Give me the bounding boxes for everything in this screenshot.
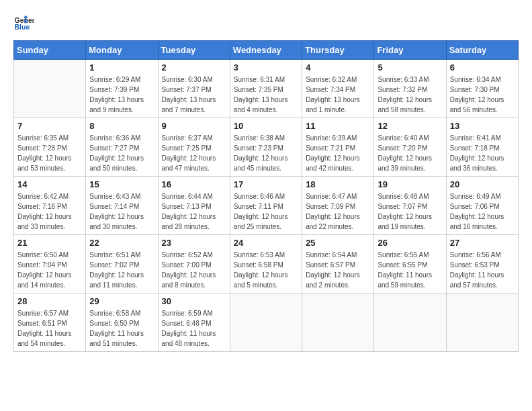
calendar-cell: 3Sunrise: 6:31 AM Sunset: 7:35 PM Daylig… — [230, 60, 302, 118]
calendar-cell — [14, 60, 86, 118]
weekday-header-row: SundayMondayTuesdayWednesdayThursdayFrid… — [14, 41, 519, 60]
day-number: 19 — [378, 179, 442, 189]
day-number: 9 — [162, 121, 226, 131]
day-detail: Sunrise: 6:58 AM Sunset: 6:50 PM Dayligh… — [89, 308, 154, 349]
day-number: 26 — [378, 238, 442, 248]
day-number: 23 — [162, 238, 226, 248]
calendar-cell: 6Sunrise: 6:34 AM Sunset: 7:30 PM Daylig… — [446, 60, 518, 118]
calendar-cell: 10Sunrise: 6:38 AM Sunset: 7:23 PM Dayli… — [230, 118, 302, 177]
day-number: 6 — [450, 62, 515, 73]
day-number: 20 — [450, 179, 515, 189]
day-detail: Sunrise: 6:47 AM Sunset: 7:09 PM Dayligh… — [306, 191, 370, 232]
day-detail: Sunrise: 6:30 AM Sunset: 7:37 PM Dayligh… — [162, 75, 226, 115]
day-detail: Sunrise: 6:57 AM Sunset: 6:51 PM Dayligh… — [17, 308, 82, 349]
day-number: 12 — [378, 121, 442, 131]
day-detail: Sunrise: 6:50 AM Sunset: 7:04 PM Dayligh… — [17, 250, 82, 290]
weekday-header-sunday: Sunday — [14, 41, 86, 60]
weekday-header-tuesday: Tuesday — [158, 41, 230, 60]
day-number: 15 — [89, 179, 154, 189]
day-detail: Sunrise: 6:32 AM Sunset: 7:34 PM Dayligh… — [306, 75, 370, 115]
day-detail: Sunrise: 6:46 AM Sunset: 7:11 PM Dayligh… — [234, 191, 298, 232]
day-number: 25 — [306, 238, 370, 248]
calendar-week-row: 28Sunrise: 6:57 AM Sunset: 6:51 PM Dayli… — [14, 293, 519, 352]
day-number: 17 — [234, 179, 298, 189]
calendar-cell: 5Sunrise: 6:33 AM Sunset: 7:32 PM Daylig… — [374, 60, 446, 118]
day-number: 11 — [306, 121, 370, 131]
calendar-cell: 2Sunrise: 6:30 AM Sunset: 7:37 PM Daylig… — [158, 60, 230, 118]
day-number: 16 — [162, 179, 226, 189]
calendar-cell: 20Sunrise: 6:49 AM Sunset: 7:06 PM Dayli… — [446, 177, 518, 235]
calendar-week-row: 7Sunrise: 6:35 AM Sunset: 7:28 PM Daylig… — [14, 118, 519, 177]
day-detail: Sunrise: 6:48 AM Sunset: 7:07 PM Dayligh… — [378, 191, 442, 232]
day-detail: Sunrise: 6:34 AM Sunset: 7:30 PM Dayligh… — [450, 75, 515, 115]
calendar-cell: 14Sunrise: 6:42 AM Sunset: 7:16 PM Dayli… — [14, 177, 86, 235]
day-number: 13 — [450, 121, 515, 131]
day-detail: Sunrise: 6:44 AM Sunset: 7:13 PM Dayligh… — [162, 191, 226, 232]
weekday-header-wednesday: Wednesday — [230, 41, 302, 60]
calendar-cell — [302, 293, 374, 352]
day-detail: Sunrise: 6:36 AM Sunset: 7:27 PM Dayligh… — [89, 133, 154, 173]
calendar-cell: 24Sunrise: 6:53 AM Sunset: 6:58 PM Dayli… — [230, 235, 302, 293]
calendar-cell: 11Sunrise: 6:39 AM Sunset: 7:21 PM Dayli… — [302, 118, 374, 177]
calendar-cell: 4Sunrise: 6:32 AM Sunset: 7:34 PM Daylig… — [302, 60, 374, 118]
day-detail: Sunrise: 6:38 AM Sunset: 7:23 PM Dayligh… — [234, 133, 298, 173]
day-number: 7 — [17, 121, 82, 131]
day-number: 30 — [162, 296, 226, 306]
day-number: 4 — [306, 62, 370, 73]
calendar-table: SundayMondayTuesdayWednesdayThursdayFrid… — [13, 40, 519, 352]
day-number: 22 — [89, 238, 154, 248]
calendar-cell: 9Sunrise: 6:37 AM Sunset: 7:25 PM Daylig… — [158, 118, 230, 177]
logo: General Blue — [13, 13, 36, 34]
day-number: 21 — [17, 238, 82, 248]
day-detail: Sunrise: 6:49 AM Sunset: 7:06 PM Dayligh… — [450, 191, 515, 232]
calendar-cell: 17Sunrise: 6:46 AM Sunset: 7:11 PM Dayli… — [230, 177, 302, 235]
day-number: 18 — [306, 179, 370, 189]
weekday-header-saturday: Saturday — [446, 41, 518, 60]
weekday-header-monday: Monday — [86, 41, 158, 60]
day-detail: Sunrise: 6:52 AM Sunset: 7:00 PM Dayligh… — [162, 250, 226, 290]
day-detail: Sunrise: 6:51 AM Sunset: 7:02 PM Dayligh… — [89, 250, 154, 290]
day-detail: Sunrise: 6:39 AM Sunset: 7:21 PM Dayligh… — [306, 133, 370, 173]
calendar-cell: 21Sunrise: 6:50 AM Sunset: 7:04 PM Dayli… — [14, 235, 86, 293]
calendar-cell: 26Sunrise: 6:55 AM Sunset: 6:55 PM Dayli… — [374, 235, 446, 293]
page-header: General Blue — [13, 13, 519, 34]
calendar-cell: 8Sunrise: 6:36 AM Sunset: 7:27 PM Daylig… — [86, 118, 158, 177]
day-number: 29 — [89, 296, 154, 306]
calendar-cell: 7Sunrise: 6:35 AM Sunset: 7:28 PM Daylig… — [14, 118, 86, 177]
calendar-cell: 28Sunrise: 6:57 AM Sunset: 6:51 PM Dayli… — [14, 293, 86, 352]
day-detail: Sunrise: 6:31 AM Sunset: 7:35 PM Dayligh… — [234, 75, 298, 115]
calendar-cell — [230, 293, 302, 352]
calendar-cell: 12Sunrise: 6:40 AM Sunset: 7:20 PM Dayli… — [374, 118, 446, 177]
day-number: 8 — [89, 121, 154, 131]
day-number: 1 — [89, 62, 154, 73]
calendar-cell: 22Sunrise: 6:51 AM Sunset: 7:02 PM Dayli… — [86, 235, 158, 293]
calendar-week-row: 21Sunrise: 6:50 AM Sunset: 7:04 PM Dayli… — [14, 235, 519, 293]
day-number: 14 — [17, 179, 82, 189]
day-detail: Sunrise: 6:35 AM Sunset: 7:28 PM Dayligh… — [17, 133, 82, 173]
calendar-cell: 15Sunrise: 6:43 AM Sunset: 7:14 PM Dayli… — [86, 177, 158, 235]
calendar-cell — [374, 293, 446, 352]
day-number: 5 — [378, 62, 442, 73]
calendar-week-row: 1Sunrise: 6:29 AM Sunset: 7:39 PM Daylig… — [14, 60, 519, 118]
day-detail: Sunrise: 6:53 AM Sunset: 6:58 PM Dayligh… — [234, 250, 298, 290]
logo-icon: General Blue — [13, 13, 34, 34]
day-number: 2 — [162, 62, 226, 73]
calendar-cell: 30Sunrise: 6:59 AM Sunset: 6:48 PM Dayli… — [158, 293, 230, 352]
day-detail: Sunrise: 6:43 AM Sunset: 7:14 PM Dayligh… — [89, 191, 154, 232]
calendar-cell: 25Sunrise: 6:54 AM Sunset: 6:57 PM Dayli… — [302, 235, 374, 293]
day-detail: Sunrise: 6:42 AM Sunset: 7:16 PM Dayligh… — [17, 191, 82, 232]
day-number: 27 — [450, 238, 515, 248]
svg-text:Blue: Blue — [15, 23, 30, 31]
day-detail: Sunrise: 6:54 AM Sunset: 6:57 PM Dayligh… — [306, 250, 370, 290]
calendar-week-row: 14Sunrise: 6:42 AM Sunset: 7:16 PM Dayli… — [14, 177, 519, 235]
calendar-cell: 23Sunrise: 6:52 AM Sunset: 7:00 PM Dayli… — [158, 235, 230, 293]
calendar-cell: 29Sunrise: 6:58 AM Sunset: 6:50 PM Dayli… — [86, 293, 158, 352]
day-number: 24 — [234, 238, 298, 248]
day-detail: Sunrise: 6:37 AM Sunset: 7:25 PM Dayligh… — [162, 133, 226, 173]
calendar-cell: 1Sunrise: 6:29 AM Sunset: 7:39 PM Daylig… — [86, 60, 158, 118]
calendar-cell: 18Sunrise: 6:47 AM Sunset: 7:09 PM Dayli… — [302, 177, 374, 235]
weekday-header-friday: Friday — [374, 41, 446, 60]
day-detail: Sunrise: 6:40 AM Sunset: 7:20 PM Dayligh… — [378, 133, 442, 173]
day-number: 10 — [234, 121, 298, 131]
day-detail: Sunrise: 6:33 AM Sunset: 7:32 PM Dayligh… — [378, 75, 442, 115]
